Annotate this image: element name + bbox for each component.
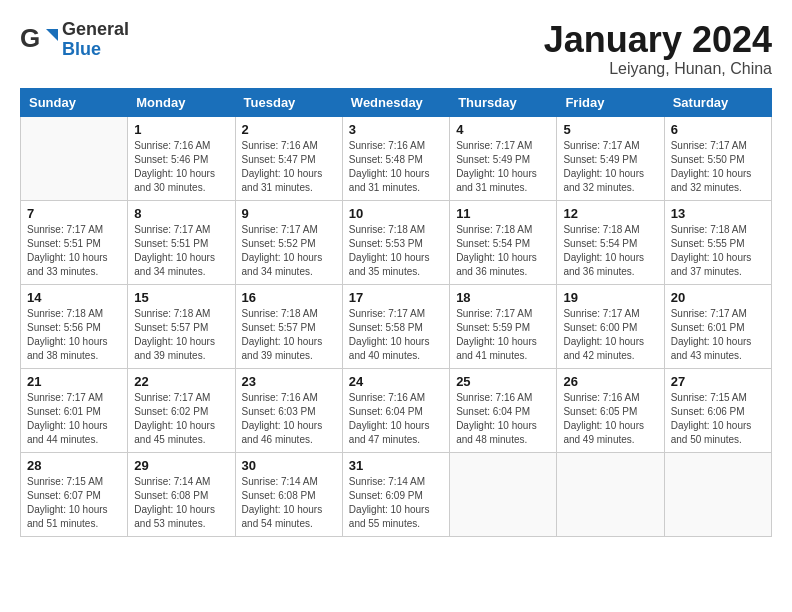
calendar-week-row: 14 Sunrise: 7:18 AM Sunset: 5:56 PM Dayl… [21, 284, 772, 368]
calendar-day-cell: 31 Sunrise: 7:14 AM Sunset: 6:09 PM Dayl… [342, 452, 449, 536]
calendar-day-cell: 1 Sunrise: 7:16 AM Sunset: 5:46 PM Dayli… [128, 116, 235, 200]
calendar-day-cell: 4 Sunrise: 7:17 AM Sunset: 5:49 PM Dayli… [450, 116, 557, 200]
calendar-week-row: 7 Sunrise: 7:17 AM Sunset: 5:51 PM Dayli… [21, 200, 772, 284]
day-number: 18 [456, 290, 550, 305]
weekday-header-monday: Monday [128, 88, 235, 116]
day-number: 15 [134, 290, 228, 305]
day-info: Sunrise: 7:18 AM Sunset: 5:57 PM Dayligh… [242, 307, 336, 363]
day-info: Sunrise: 7:16 AM Sunset: 5:48 PM Dayligh… [349, 139, 443, 195]
day-number: 13 [671, 206, 765, 221]
day-info: Sunrise: 7:16 AM Sunset: 6:04 PM Dayligh… [349, 391, 443, 447]
calendar-day-cell: 18 Sunrise: 7:17 AM Sunset: 5:59 PM Dayl… [450, 284, 557, 368]
calendar-day-cell: 10 Sunrise: 7:18 AM Sunset: 5:53 PM Dayl… [342, 200, 449, 284]
day-number: 8 [134, 206, 228, 221]
day-info: Sunrise: 7:17 AM Sunset: 5:49 PM Dayligh… [456, 139, 550, 195]
day-number: 3 [349, 122, 443, 137]
day-info: Sunrise: 7:17 AM Sunset: 5:59 PM Dayligh… [456, 307, 550, 363]
day-info: Sunrise: 7:17 AM Sunset: 5:52 PM Dayligh… [242, 223, 336, 279]
day-info: Sunrise: 7:16 AM Sunset: 5:47 PM Dayligh… [242, 139, 336, 195]
calendar-day-cell: 8 Sunrise: 7:17 AM Sunset: 5:51 PM Dayli… [128, 200, 235, 284]
day-info: Sunrise: 7:17 AM Sunset: 5:58 PM Dayligh… [349, 307, 443, 363]
calendar-day-cell: 15 Sunrise: 7:18 AM Sunset: 5:57 PM Dayl… [128, 284, 235, 368]
day-info: Sunrise: 7:17 AM Sunset: 5:51 PM Dayligh… [27, 223, 121, 279]
day-number: 10 [349, 206, 443, 221]
calendar-day-cell: 22 Sunrise: 7:17 AM Sunset: 6:02 PM Dayl… [128, 368, 235, 452]
day-info: Sunrise: 7:16 AM Sunset: 6:05 PM Dayligh… [563, 391, 657, 447]
calendar-day-cell: 2 Sunrise: 7:16 AM Sunset: 5:47 PM Dayli… [235, 116, 342, 200]
day-info: Sunrise: 7:17 AM Sunset: 5:49 PM Dayligh… [563, 139, 657, 195]
svg-marker-1 [46, 29, 58, 41]
calendar-day-cell: 9 Sunrise: 7:17 AM Sunset: 5:52 PM Dayli… [235, 200, 342, 284]
calendar-day-cell: 11 Sunrise: 7:18 AM Sunset: 5:54 PM Dayl… [450, 200, 557, 284]
weekday-header-thursday: Thursday [450, 88, 557, 116]
day-info: Sunrise: 7:18 AM Sunset: 5:55 PM Dayligh… [671, 223, 765, 279]
calendar-week-row: 21 Sunrise: 7:17 AM Sunset: 6:01 PM Dayl… [21, 368, 772, 452]
logo-general: General [62, 20, 129, 40]
weekday-header-row: SundayMondayTuesdayWednesdayThursdayFrid… [21, 88, 772, 116]
calendar-day-cell: 7 Sunrise: 7:17 AM Sunset: 5:51 PM Dayli… [21, 200, 128, 284]
day-number: 7 [27, 206, 121, 221]
calendar-week-row: 28 Sunrise: 7:15 AM Sunset: 6:07 PM Dayl… [21, 452, 772, 536]
calendar-day-cell: 17 Sunrise: 7:17 AM Sunset: 5:58 PM Dayl… [342, 284, 449, 368]
calendar-day-cell [450, 452, 557, 536]
day-info: Sunrise: 7:17 AM Sunset: 5:51 PM Dayligh… [134, 223, 228, 279]
calendar-day-cell: 29 Sunrise: 7:14 AM Sunset: 6:08 PM Dayl… [128, 452, 235, 536]
header: G General Blue January 2024 Leiyang, Hun… [20, 20, 772, 78]
weekday-header-wednesday: Wednesday [342, 88, 449, 116]
day-number: 1 [134, 122, 228, 137]
title-area: January 2024 Leiyang, Hunan, China [544, 20, 772, 78]
weekday-header-friday: Friday [557, 88, 664, 116]
calendar-day-cell: 28 Sunrise: 7:15 AM Sunset: 6:07 PM Dayl… [21, 452, 128, 536]
calendar-day-cell: 21 Sunrise: 7:17 AM Sunset: 6:01 PM Dayl… [21, 368, 128, 452]
day-number: 14 [27, 290, 121, 305]
day-info: Sunrise: 7:15 AM Sunset: 6:06 PM Dayligh… [671, 391, 765, 447]
day-number: 28 [27, 458, 121, 473]
day-number: 23 [242, 374, 336, 389]
day-number: 30 [242, 458, 336, 473]
day-number: 26 [563, 374, 657, 389]
calendar-day-cell [557, 452, 664, 536]
day-number: 19 [563, 290, 657, 305]
calendar-day-cell: 25 Sunrise: 7:16 AM Sunset: 6:04 PM Dayl… [450, 368, 557, 452]
calendar-day-cell: 13 Sunrise: 7:18 AM Sunset: 5:55 PM Dayl… [664, 200, 771, 284]
weekday-header-sunday: Sunday [21, 88, 128, 116]
calendar-day-cell: 3 Sunrise: 7:16 AM Sunset: 5:48 PM Dayli… [342, 116, 449, 200]
day-number: 9 [242, 206, 336, 221]
day-info: Sunrise: 7:18 AM Sunset: 5:57 PM Dayligh… [134, 307, 228, 363]
day-number: 27 [671, 374, 765, 389]
calendar-day-cell: 16 Sunrise: 7:18 AM Sunset: 5:57 PM Dayl… [235, 284, 342, 368]
day-number: 17 [349, 290, 443, 305]
day-info: Sunrise: 7:14 AM Sunset: 6:09 PM Dayligh… [349, 475, 443, 531]
day-number: 24 [349, 374, 443, 389]
svg-text:G: G [20, 23, 40, 53]
calendar-day-cell: 5 Sunrise: 7:17 AM Sunset: 5:49 PM Dayli… [557, 116, 664, 200]
day-info: Sunrise: 7:16 AM Sunset: 6:04 PM Dayligh… [456, 391, 550, 447]
day-info: Sunrise: 7:16 AM Sunset: 6:03 PM Dayligh… [242, 391, 336, 447]
day-number: 2 [242, 122, 336, 137]
day-info: Sunrise: 7:18 AM Sunset: 5:54 PM Dayligh… [563, 223, 657, 279]
day-info: Sunrise: 7:17 AM Sunset: 5:50 PM Dayligh… [671, 139, 765, 195]
calendar-day-cell: 14 Sunrise: 7:18 AM Sunset: 5:56 PM Dayl… [21, 284, 128, 368]
day-info: Sunrise: 7:17 AM Sunset: 6:02 PM Dayligh… [134, 391, 228, 447]
calendar-day-cell: 20 Sunrise: 7:17 AM Sunset: 6:01 PM Dayl… [664, 284, 771, 368]
calendar-table: SundayMondayTuesdayWednesdayThursdayFrid… [20, 88, 772, 537]
calendar-day-cell: 27 Sunrise: 7:15 AM Sunset: 6:06 PM Dayl… [664, 368, 771, 452]
day-number: 29 [134, 458, 228, 473]
calendar-day-cell: 26 Sunrise: 7:16 AM Sunset: 6:05 PM Dayl… [557, 368, 664, 452]
day-number: 6 [671, 122, 765, 137]
day-number: 25 [456, 374, 550, 389]
day-number: 22 [134, 374, 228, 389]
calendar-day-cell: 30 Sunrise: 7:14 AM Sunset: 6:08 PM Dayl… [235, 452, 342, 536]
day-number: 12 [563, 206, 657, 221]
calendar-day-cell: 6 Sunrise: 7:17 AM Sunset: 5:50 PM Dayli… [664, 116, 771, 200]
day-info: Sunrise: 7:15 AM Sunset: 6:07 PM Dayligh… [27, 475, 121, 531]
logo-icon: G [20, 21, 58, 59]
day-info: Sunrise: 7:18 AM Sunset: 5:56 PM Dayligh… [27, 307, 121, 363]
day-number: 16 [242, 290, 336, 305]
day-number: 21 [27, 374, 121, 389]
day-info: Sunrise: 7:14 AM Sunset: 6:08 PM Dayligh… [242, 475, 336, 531]
calendar-day-cell: 23 Sunrise: 7:16 AM Sunset: 6:03 PM Dayl… [235, 368, 342, 452]
day-info: Sunrise: 7:17 AM Sunset: 6:01 PM Dayligh… [671, 307, 765, 363]
location-title: Leiyang, Hunan, China [544, 60, 772, 78]
calendar-day-cell: 19 Sunrise: 7:17 AM Sunset: 6:00 PM Dayl… [557, 284, 664, 368]
